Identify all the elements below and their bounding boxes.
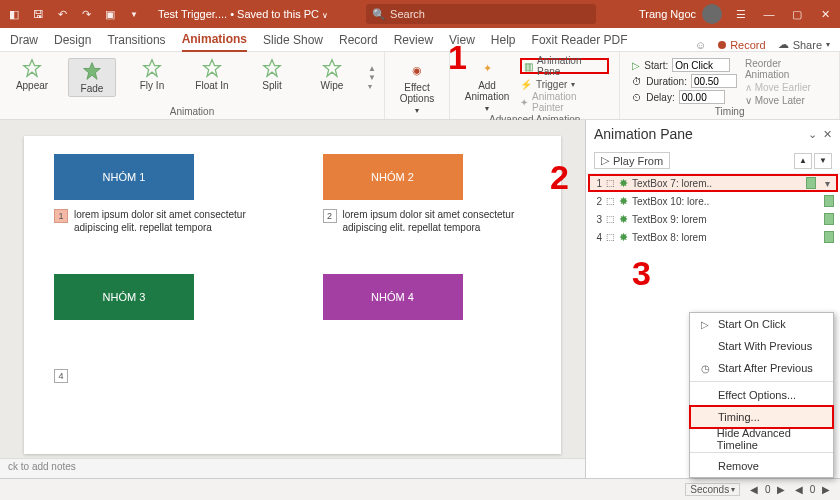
seconds-selector[interactable]: Seconds ▾ [685, 483, 740, 496]
anim-split[interactable]: Split [248, 58, 296, 97]
effect-options-button[interactable]: ◉ EffectOptions ▾ [393, 56, 441, 116]
anim-wipe[interactable]: Wipe [308, 58, 356, 97]
anim-item-3[interactable]: 3⬚✸TextBox 9: lorem [592, 210, 834, 228]
move-down-button[interactable]: ▼ [814, 153, 832, 169]
move-up-button[interactable]: ▲ [794, 153, 812, 169]
tab-design[interactable]: Design [54, 29, 91, 51]
text-1[interactable]: lorem ipsum dolor sit amet consectetur a… [74, 208, 263, 234]
ctx-start-on-click[interactable]: ▷Start On Click [690, 313, 833, 335]
gallery-more-icon[interactable]: ▲▼▾ [368, 58, 376, 97]
svg-marker-3 [204, 60, 221, 77]
tab-record[interactable]: Record [339, 29, 378, 51]
anim-item-1[interactable]: 1⬚✸TextBox 7: lorem..▾ [588, 174, 838, 192]
animation-painter-button[interactable]: ✦Animation Painter [520, 94, 609, 110]
animation-pane-button[interactable]: ▥Animation Pane [520, 58, 609, 74]
delay-input[interactable] [679, 90, 725, 104]
undo-icon[interactable]: ↶ [54, 6, 70, 22]
svg-marker-0 [24, 60, 41, 77]
tab-review[interactable]: Review [394, 29, 433, 51]
rect-1[interactable]: NHÓM 1 [54, 154, 194, 200]
text-2[interactable]: lorem ipsum dolor sit amet consectetur a… [343, 208, 532, 234]
pane-close-icon[interactable]: ✕ [823, 128, 832, 141]
tab-help[interactable]: Help [491, 29, 516, 51]
close-icon[interactable]: ✕ [816, 5, 834, 23]
anim-order-1[interactable]: 1 [54, 209, 68, 223]
callout-1: 1 [448, 38, 467, 77]
search-icon: 🔍 [372, 8, 386, 21]
svg-marker-5 [324, 60, 341, 77]
painter-icon: ✦ [520, 97, 528, 108]
duration-icon: ⏱ [632, 76, 642, 87]
play-from-button[interactable]: ▷Play From [594, 152, 670, 169]
ctx-start-after-previous[interactable]: ◷Start After Previous [690, 357, 833, 379]
rect-3[interactable]: NHÓM 3 [54, 274, 194, 320]
delay-row[interactable]: ⏲Delay: [632, 90, 737, 104]
trigger-button[interactable]: ⚡Trigger ▾ [520, 76, 609, 92]
tab-slideshow[interactable]: Slide Show [263, 29, 323, 51]
statusbar: Seconds ▾ ◀ 0 ▶ ◀ 0 ▶ [0, 478, 840, 500]
anim-item-2[interactable]: 2⬚✸TextBox 10: lore.. [592, 192, 834, 210]
block-2: NHÓM 2 2lorem ipsum dolor sit amet conse… [323, 154, 532, 234]
ctx-hide-timeline[interactable]: Hide Advanced Timeline [690, 428, 833, 450]
animation-gallery[interactable]: Appear Fade Fly In Float In Split Wipe ▲… [8, 54, 376, 97]
record-button[interactable]: Record [718, 39, 765, 51]
anim-item-4[interactable]: 4⬚✸TextBox 8: lorem [592, 228, 834, 246]
ctx-effect-options[interactable]: Effect Options... [690, 384, 833, 406]
group-animation-label: Animation [8, 106, 376, 119]
add-animation-icon: ✦ [477, 58, 497, 78]
anim-flyin[interactable]: Fly In [128, 58, 176, 97]
context-menu: ▷Start On Click Start With Previous ◷Sta… [689, 312, 834, 478]
save-icon[interactable]: 🖫 [30, 6, 46, 22]
ribbon: Appear Fade Fly In Float In Split Wipe ▲… [0, 52, 840, 120]
start-select[interactable] [672, 58, 730, 72]
search-box[interactable]: 🔍 Search [366, 4, 596, 24]
ctx-remove[interactable]: Remove [690, 455, 833, 477]
effect-options-icon: ◉ [407, 60, 427, 80]
svg-marker-4 [264, 60, 281, 77]
start-row[interactable]: ▷Start: [632, 58, 737, 72]
slide[interactable]: NHÓM 1 1lorem ipsum dolor sit amet conse… [24, 136, 561, 454]
share-button[interactable]: ☁ Share ▾ [778, 38, 830, 51]
callout-3: 3 [632, 254, 651, 293]
user-account[interactable]: Trang Ngoc [639, 4, 722, 24]
present-icon[interactable]: ▣ [102, 6, 118, 22]
redo-icon[interactable]: ↷ [78, 6, 94, 22]
tab-transitions[interactable]: Transitions [107, 29, 165, 51]
slide-area: NHÓM 1 1lorem ipsum dolor sit amet conse… [0, 120, 585, 478]
duration-input[interactable] [691, 74, 737, 88]
ctx-start-with-previous[interactable]: Start With Previous [690, 335, 833, 357]
item-dropdown-icon[interactable]: ▾ [820, 178, 834, 189]
rect-4[interactable]: NHÓM 4 [323, 274, 463, 320]
play-icon: ▷ [601, 154, 609, 167]
tab-draw[interactable]: Draw [10, 29, 38, 51]
ctx-timing[interactable]: Timing... [690, 406, 833, 428]
qat-dropdown-icon[interactable]: ▼ [126, 6, 142, 22]
move-earlier-button: ∧ Move Earlier [745, 82, 823, 93]
minimize-icon[interactable]: — [760, 5, 778, 23]
ribbon-mode-icon[interactable]: ☰ [732, 5, 750, 23]
svg-marker-2 [144, 60, 161, 77]
maximize-icon[interactable]: ▢ [788, 5, 806, 23]
mouse-icon: ⬚ [606, 214, 615, 224]
tab-foxit[interactable]: Foxit Reader PDF [532, 29, 628, 51]
notes-pane[interactable]: ck to add notes [0, 458, 585, 478]
user-name: Trang Ngoc [639, 8, 696, 20]
anim-order-4[interactable]: 4 [54, 369, 68, 383]
quick-access: ◧ 🖫 ↶ ↷ ▣ ▼ Test Trigger.... • Saved to … [6, 6, 328, 22]
rect-2[interactable]: NHÓM 2 [323, 154, 463, 200]
pane-options-icon[interactable]: ⌄ [808, 128, 817, 141]
timeline-nav[interactable]: ◀ 0 ▶ ◀ 0 ▶ [750, 484, 830, 495]
anim-fade[interactable]: Fade [68, 58, 116, 97]
group-timing-label: Timing [628, 106, 831, 119]
autosave-icon[interactable]: ◧ [6, 6, 22, 22]
tab-animations[interactable]: Animations [182, 28, 247, 52]
anim-order-2[interactable]: 2 [323, 209, 337, 223]
callout-2: 2 [550, 158, 569, 197]
anim-floatin[interactable]: Float In [188, 58, 236, 97]
comments-icon[interactable]: ☺ [695, 39, 706, 51]
svg-marker-1 [84, 63, 101, 80]
anim-appear[interactable]: Appear [8, 58, 56, 97]
mouse-icon: ⬚ [606, 196, 615, 206]
move-later-button[interactable]: ∨ Move Later [745, 95, 823, 106]
duration-row[interactable]: ⏱Duration: [632, 74, 737, 88]
